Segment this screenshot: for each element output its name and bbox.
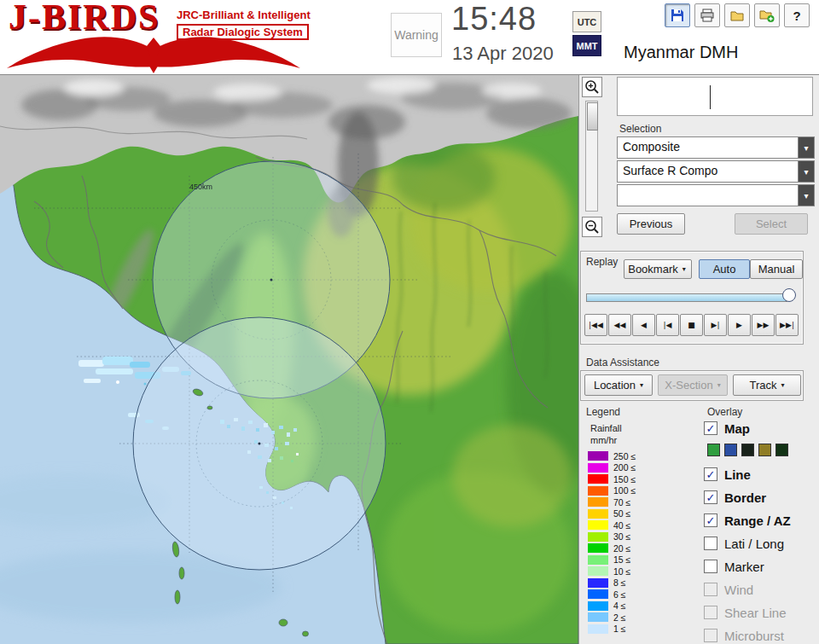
help-icon: ? — [793, 9, 800, 23]
toolbar: ? — [665, 3, 810, 27]
legend-swatch — [588, 612, 608, 622]
folder-icon — [729, 8, 745, 23]
x-section-button[interactable]: X-Section ▾ — [658, 374, 728, 396]
checkbox — [704, 606, 717, 619]
legend-swatch — [588, 463, 608, 473]
utc-button[interactable]: UTC — [572, 11, 601, 32]
location-button[interactable]: Location ▾ — [584, 374, 653, 396]
chevron-down-icon[interactable]: ▾ — [798, 185, 814, 206]
play-button[interactable]: ▶ — [728, 314, 751, 336]
station-name: Myanmar DMH — [624, 43, 738, 62]
map-style-swatch[interactable] — [724, 444, 737, 456]
legend-swatch — [588, 543, 608, 553]
map-style-swatch[interactable] — [707, 444, 720, 456]
overlay-item-wind: Wind — [704, 581, 753, 598]
print-icon — [700, 8, 715, 23]
bookmark-button[interactable]: Bookmark ▾ — [624, 259, 692, 279]
legend-swatch — [588, 474, 608, 484]
zoom-out-icon — [584, 219, 600, 235]
overlay-item-lati-long[interactable]: Lati / Long — [704, 535, 784, 552]
export-icon — [759, 8, 775, 23]
export-button[interactable] — [754, 3, 780, 27]
legend-swatch — [588, 497, 608, 507]
overlay-item-border[interactable]: ✓ Border — [704, 489, 766, 506]
save-button[interactable] — [665, 3, 690, 27]
extra-dropdown[interactable]: ▾ — [617, 184, 815, 206]
manual-button[interactable]: Manual — [750, 259, 803, 279]
zoom-in-icon — [584, 79, 600, 95]
zoom-in-button[interactable] — [582, 77, 602, 97]
jbirds-app: J-BIRDS JRC-Brilliant & Intelligent Rada… — [0, 0, 819, 644]
zoom-scrollbar[interactable] — [585, 101, 598, 212]
select-button[interactable]: Select — [735, 213, 808, 235]
chevron-down-icon: ▾ — [717, 381, 721, 389]
replay-slider[interactable] — [586, 288, 798, 305]
print-button[interactable] — [694, 3, 720, 27]
overlay-item-marker[interactable]: Marker — [704, 558, 764, 575]
previous-button[interactable]: Previous — [617, 213, 685, 235]
checkbox[interactable]: ✓ — [704, 467, 717, 481]
legend-row: 100 ≤ — [588, 485, 646, 497]
legend-swatch — [588, 532, 608, 542]
legend-row: 15 ≤ — [588, 554, 646, 566]
map-style-swatch[interactable] — [758, 444, 771, 456]
legend-swatch — [588, 520, 608, 530]
step-back-button[interactable]: |◀ — [656, 314, 679, 336]
zoom-out-button[interactable] — [582, 217, 602, 237]
skip-to-start-button[interactable]: |◀◀ — [584, 314, 607, 336]
overlay-label: Overlay — [707, 406, 742, 418]
product-dropdown[interactable]: Surface R Compo ▾ — [617, 160, 815, 183]
legend-row: 40 ≤ — [588, 519, 646, 531]
legend-row: 30 ≤ — [588, 531, 646, 543]
legend-swatch — [588, 578, 608, 588]
overlay-item-map[interactable]: ✓ Map — [704, 420, 750, 437]
overlay-item-range-az[interactable]: ✓ Range / AZ — [704, 512, 791, 529]
chevron-down-icon: ▾ — [682, 265, 686, 273]
mmt-button[interactable]: MMT — [572, 35, 601, 56]
checkbox — [704, 629, 717, 642]
composite-dropdown[interactable]: Composite ▾ — [617, 136, 815, 159]
zoom-scrollbar-thumb[interactable] — [587, 102, 598, 131]
checkbox[interactable]: ✓ — [704, 513, 717, 527]
map-style-swatch[interactable] — [775, 444, 788, 456]
play-backward-button[interactable]: ◀ — [632, 314, 655, 336]
legend-swatch — [588, 555, 608, 565]
checkbox[interactable] — [704, 560, 717, 573]
selection-input[interactable] — [617, 77, 813, 116]
checkbox — [704, 583, 717, 596]
rewind-button[interactable]: ◀◀ — [608, 314, 631, 336]
chevron-down-icon[interactable]: ▾ — [798, 137, 814, 158]
radar-map[interactable]: 450km — [0, 75, 578, 644]
stop-button[interactable]: ■ — [680, 314, 703, 336]
legend-swatch — [588, 509, 608, 519]
map-style-swatches[interactable] — [707, 444, 788, 456]
step-forward-button[interactable]: ▶| — [704, 314, 727, 336]
help-button[interactable]: ? — [784, 3, 810, 27]
clock-date: 13 Apr 2020 — [452, 43, 554, 65]
checkbox[interactable] — [704, 537, 717, 550]
logo-tagline-line1: JRC-Brilliant & Intelligent — [177, 9, 311, 21]
slider-thumb[interactable] — [782, 288, 796, 302]
range-label: 450km — [189, 183, 212, 191]
legend-row: 1 ≤ — [588, 624, 646, 635]
legend-unit-line2: mm/hr — [590, 435, 617, 445]
track-button[interactable]: Track ▾ — [733, 374, 801, 396]
overlay-item-line[interactable]: ✓ Line — [704, 466, 751, 483]
clock-time: 15:48 — [451, 1, 537, 38]
app-logo: J-BIRDS — [9, 0, 160, 38]
warning-button[interactable]: Warning — [391, 13, 442, 57]
legend-row: 150 ≤ — [588, 473, 646, 485]
fast-forward-button[interactable]: ▶▶ — [752, 314, 775, 336]
chevron-down-icon[interactable]: ▾ — [798, 161, 814, 182]
legend-row: 50 ≤ — [588, 508, 646, 520]
open-folder-button[interactable] — [724, 3, 750, 27]
chevron-down-icon: ▾ — [640, 381, 643, 389]
auto-button[interactable]: Auto — [699, 259, 750, 279]
checkbox[interactable]: ✓ — [704, 490, 717, 504]
legend-row: 10 ≤ — [588, 566, 646, 577]
skip-to-end-button[interactable]: ▶▶| — [775, 314, 799, 336]
checkbox[interactable]: ✓ — [704, 421, 717, 435]
slider-track[interactable] — [586, 293, 787, 302]
map-style-swatch[interactable] — [741, 444, 754, 456]
chevron-down-icon: ▾ — [781, 381, 785, 389]
